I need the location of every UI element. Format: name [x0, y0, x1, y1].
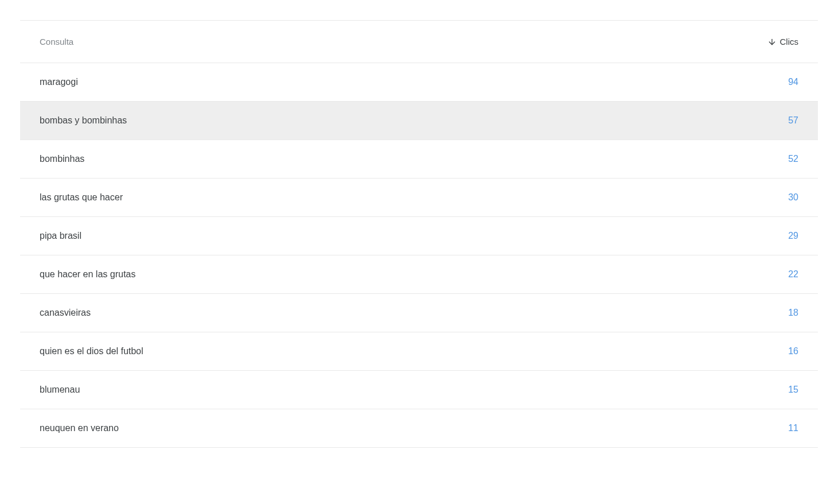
query-text: las grutas que hacer — [40, 192, 123, 203]
table-row[interactable]: bombas y bombinhas57 — [20, 102, 818, 140]
column-header-clicks-label: Clics — [780, 37, 799, 46]
clicks-value: 94 — [788, 77, 798, 87]
query-text: pipa brasil — [40, 231, 82, 241]
clicks-value: 11 — [788, 423, 798, 433]
clicks-value: 57 — [788, 115, 798, 126]
query-text: blumenau — [40, 385, 80, 395]
sort-descending-icon — [767, 37, 777, 46]
column-header-clicks[interactable]: Clics — [767, 37, 799, 46]
column-header-query[interactable]: Consulta — [40, 37, 73, 46]
clicks-value: 30 — [788, 192, 798, 203]
table-row[interactable]: canasvieiras18 — [20, 294, 818, 332]
clicks-value: 16 — [788, 346, 798, 356]
table-row[interactable]: blumenau15 — [20, 371, 818, 409]
table-row[interactable]: las grutas que hacer30 — [20, 179, 818, 217]
table-row[interactable]: maragogi94 — [20, 63, 818, 102]
clicks-value: 18 — [788, 308, 798, 318]
clicks-value: 22 — [788, 269, 798, 280]
query-text: neuquen en verano — [40, 423, 119, 433]
query-text: maragogi — [40, 77, 78, 87]
query-text: bombinhas — [40, 154, 84, 164]
clicks-value: 15 — [788, 385, 798, 395]
table-row[interactable]: que hacer en las grutas22 — [20, 255, 818, 294]
clicks-value: 52 — [788, 154, 798, 164]
query-text: que hacer en las grutas — [40, 269, 135, 280]
table-row[interactable]: bombinhas52 — [20, 140, 818, 179]
query-text: bombas y bombinhas — [40, 115, 127, 126]
queries-table: Consulta Clics maragogi94bombas y bombin… — [20, 20, 818, 448]
table-row[interactable]: pipa brasil29 — [20, 217, 818, 255]
table-body: maragogi94bombas y bombinhas57bombinhas5… — [20, 63, 818, 448]
table-header-row: Consulta Clics — [20, 21, 818, 63]
clicks-value: 29 — [788, 231, 798, 241]
query-text: canasvieiras — [40, 308, 91, 318]
table-row[interactable]: neuquen en verano11 — [20, 409, 818, 448]
query-text: quien es el dios del futbol — [40, 346, 143, 356]
table-row[interactable]: quien es el dios del futbol16 — [20, 332, 818, 371]
